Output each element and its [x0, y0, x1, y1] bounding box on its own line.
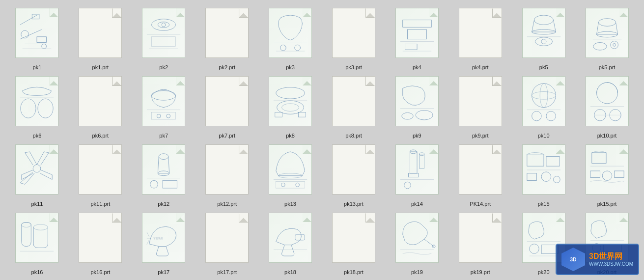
file-item-pk16prt[interactable]: pk16.prt: [69, 211, 132, 277]
file-item-pk7[interactable]: pk7: [133, 74, 195, 140]
svg-point-63: [159, 154, 168, 160]
file-item-pk3prt[interactable]: pk3.prt: [323, 6, 385, 72]
file-item-pk20prt[interactable]: pk20.prt: [576, 211, 638, 277]
file-item-pk6[interactable]: pk6: [6, 74, 68, 140]
file-item-pk14prt[interactable]: PK14.prt: [449, 142, 511, 209]
svg-point-72: [296, 183, 300, 187]
svg-rect-86: [591, 153, 606, 163]
svg-point-32: [610, 41, 618, 49]
file-label-pk6prt: pk6.prt: [92, 133, 109, 139]
file-item-pk8prt[interactable]: pk8.prt: [323, 74, 385, 140]
file-label-pk3: pk3: [286, 64, 295, 70]
file-label-pk13prt: pk13.prt: [344, 201, 364, 207]
svg-rect-19: [407, 29, 426, 39]
file-item-pk13prt[interactable]: pk13.prt: [323, 142, 385, 209]
file-item-pk10prt[interactable]: pk10.prt: [576, 74, 638, 140]
svg-rect-21: [405, 44, 417, 50]
file-item-pk3[interactable]: pk3: [259, 6, 322, 72]
svg-point-104: [529, 244, 539, 254]
file-item-pk9[interactable]: pk9: [386, 74, 448, 140]
svg-rect-70: [276, 181, 305, 188]
file-item-pk12prt[interactable]: pk12.prt: [196, 142, 258, 209]
svg-point-85: [553, 176, 560, 183]
svg-point-10: [162, 23, 166, 27]
file-item-pk1prt[interactable]: pk1.prt: [69, 6, 132, 72]
svg-point-45: [281, 104, 299, 112]
file-label-pk20prt: pk20.prt: [597, 269, 617, 275]
file-label-pk4prt: pk4.prt: [472, 64, 489, 70]
file-item-pk9prt[interactable]: pk9.prt: [449, 74, 511, 140]
file-label-pk2prt: pk2.prt: [219, 64, 235, 70]
file-item-pk11[interactable]: pk11: [6, 142, 68, 209]
file-item-pk15prt[interactable]: pk15.prt: [576, 142, 638, 209]
file-label-pk16prt: pk16.prt: [90, 269, 110, 275]
file-label-pk8: pk8: [286, 133, 295, 139]
svg-rect-73: [410, 152, 417, 173]
file-label-pk15prt: pk15.prt: [597, 201, 617, 207]
file-item-pk15[interactable]: pk15: [512, 142, 575, 209]
file-item-pk4[interactable]: pk4: [386, 6, 448, 72]
svg-line-0: [20, 15, 37, 25]
svg-rect-39: [152, 112, 176, 119]
file-item-pk16[interactable]: pk16: [6, 211, 68, 277]
file-item-pk5prt[interactable]: pk5.prt: [576, 6, 638, 72]
svg-point-41: [167, 114, 170, 118]
file-item-pk19[interactable]: pk19: [386, 211, 448, 277]
svg-point-33: [613, 43, 616, 46]
file-label-pk5: pk5: [539, 64, 548, 70]
svg-point-36: [38, 99, 53, 118]
file-label-pk3prt: pk3.prt: [345, 64, 362, 70]
svg-point-89: [602, 171, 612, 181]
svg-rect-90: [614, 171, 624, 178]
svg-point-55: [532, 111, 541, 121]
svg-point-56: [546, 111, 556, 121]
file-label-pk18prt: pk18.prt: [344, 269, 364, 275]
file-label-pk8prt: pk8.prt: [345, 133, 362, 139]
svg-rect-75: [408, 173, 418, 177]
file-item-pk2[interactable]: pk2: [133, 6, 195, 72]
file-item-pk2prt[interactable]: pk2.prt: [196, 6, 258, 72]
file-item-pk5[interactable]: pk5: [512, 6, 575, 72]
svg-point-27: [541, 39, 546, 44]
svg-point-35: [21, 99, 36, 118]
file-label-pk7prt: pk7.prt: [219, 133, 235, 139]
svg-rect-12: [152, 37, 176, 47]
file-item-pk18[interactable]: pk18: [259, 211, 322, 277]
file-item-pk14[interactable]: pk14: [386, 142, 448, 209]
svg-rect-4: [37, 37, 47, 43]
svg-point-92: [34, 224, 48, 230]
svg-point-52: [532, 92, 556, 100]
file-item-pk13[interactable]: pk13: [259, 142, 322, 209]
file-item-pk10[interactable]: pk10: [512, 74, 575, 140]
file-item-pk20[interactable]: pk20: [512, 211, 575, 277]
svg-point-71: [281, 183, 285, 187]
file-label-pk14prt: PK14.prt: [470, 201, 491, 207]
svg-point-15: [280, 45, 286, 51]
file-item-pk12[interactable]: pk12: [133, 142, 195, 209]
file-item-pk11prt[interactable]: pk11.prt: [69, 142, 132, 209]
file-item-pk7prt[interactable]: pk7.prt: [196, 74, 258, 140]
svg-rect-109: [603, 244, 621, 252]
file-item-pk8[interactable]: pk8: [259, 74, 322, 140]
file-item-pk19prt[interactable]: pk19.prt: [449, 211, 511, 277]
file-item-pk4prt[interactable]: pk4.prt: [449, 6, 511, 72]
svg-point-31: [593, 43, 606, 51]
svg-point-62: [33, 165, 41, 172]
svg-point-91: [22, 223, 31, 227]
file-item-pk1[interactable]: pk1: [6, 6, 68, 72]
file-item-pk17[interactable]: 草图说明 pk17: [133, 211, 195, 277]
svg-line-100: [424, 239, 434, 247]
svg-point-28: [598, 19, 616, 27]
svg-rect-77: [420, 154, 424, 168]
file-label-pk19prt: pk19.prt: [471, 269, 490, 275]
svg-point-84: [541, 172, 551, 182]
file-item-pk6prt[interactable]: pk6.prt: [69, 74, 132, 140]
file-item-pk18prt[interactable]: pk18.prt: [323, 211, 385, 277]
svg-rect-46: [275, 112, 282, 117]
file-label-pk1prt: pk1.prt: [92, 64, 109, 70]
svg-point-8: [152, 19, 176, 30]
svg-point-6: [42, 44, 47, 49]
svg-rect-80: [527, 154, 544, 166]
file-item-pk17prt[interactable]: pk17.prt: [196, 211, 258, 277]
file-label-pk17: pk17: [158, 269, 169, 275]
